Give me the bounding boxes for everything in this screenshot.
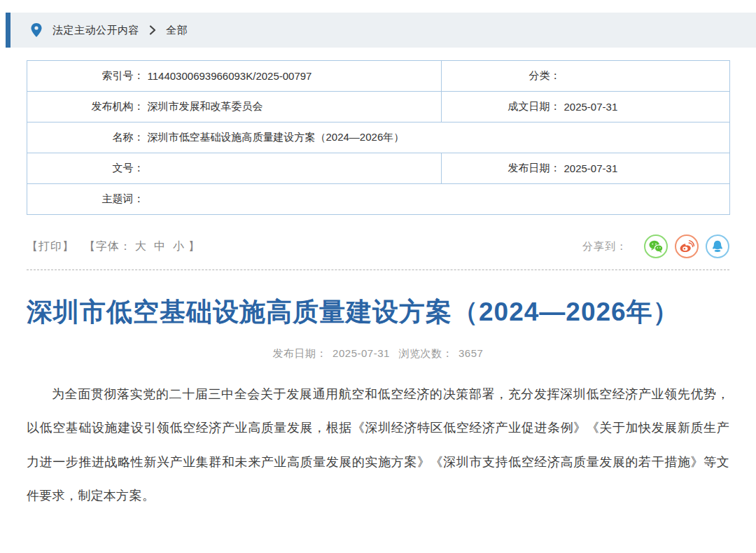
- breadcrumb-accent-bar: [6, 13, 10, 48]
- share-qq-button[interactable]: [706, 234, 729, 258]
- keywords-label: 主题词：: [27, 184, 144, 215]
- article-meta-line: 发布日期：2025-07-31 浏览次数：3657: [0, 347, 756, 360]
- weibo-icon: [679, 239, 694, 253]
- share-wechat-button[interactable]: [644, 234, 668, 258]
- wechat-icon: [648, 239, 664, 253]
- document-name-label: 名称：: [27, 122, 144, 153]
- print-font-controls: 【打印】 【字体： 大 中 小 】: [27, 239, 200, 254]
- table-row: 主题词：: [27, 184, 730, 215]
- font-size-prefix: 【字体：: [84, 239, 132, 254]
- written-date-label: 成文日期：: [442, 92, 561, 122]
- page: 法定主动公开内容 全部 索引号： 11440300693966093K/2025…: [0, 13, 756, 553]
- article-views-count: 3657: [458, 347, 483, 359]
- article-publish-date-label: 发布日期：: [273, 347, 328, 359]
- category-label: 分类：: [442, 61, 561, 92]
- font-size-suffix: 】: [188, 239, 200, 254]
- written-date-value: 2025-07-31: [561, 92, 730, 122]
- keywords-value: [144, 184, 730, 215]
- doc-number-value: [144, 153, 442, 184]
- breadcrumb-current[interactable]: 全部: [166, 24, 188, 37]
- table-row: 文号： 发布日期： 2025-07-31: [27, 153, 730, 184]
- location-pin-icon: [30, 22, 43, 38]
- breadcrumb: 法定主动公开内容 全部: [6, 13, 756, 48]
- dashed-divider: [27, 270, 729, 270]
- issuing-agency-label: 发布机构：: [27, 92, 144, 122]
- article-publish-date: 2025-07-31: [332, 347, 390, 359]
- font-size-controls: 【字体： 大 中 小 】: [84, 239, 200, 254]
- font-size-large-button[interactable]: 大: [135, 239, 147, 254]
- page-title: 深圳市低空基础设施高质量建设方案（2024—2026年）: [27, 295, 729, 329]
- table-row: 索引号： 11440300693966093K/2025-00797 分类：: [27, 61, 730, 92]
- article-views-label: 浏览次数：: [399, 347, 454, 359]
- font-size-medium-button[interactable]: 中: [154, 239, 166, 254]
- doc-number-label: 文号：: [27, 153, 144, 184]
- publish-date-value: 2025-07-31: [561, 153, 730, 184]
- article-paragraph: 为全面贯彻落实党的二十届三中全会关于发展通用航空和低空经济的决策部署，充分发挥深…: [27, 377, 729, 512]
- document-name-value: 深圳市低空基础设施高质量建设方案（2024—2026年）: [144, 122, 730, 153]
- chevron-right-icon: [149, 25, 156, 35]
- table-row: 发布机构： 深圳市发展和改革委员会 成文日期： 2025-07-31: [27, 92, 730, 122]
- index-number-value: 11440300693966093K/2025-00797: [144, 61, 442, 92]
- share-controls: 分享到：: [582, 234, 729, 258]
- issuing-agency-value: 深圳市发展和改革委员会: [144, 92, 442, 122]
- toolbar: 【打印】 【字体： 大 中 小 】 分享到：: [27, 234, 729, 258]
- share-weibo-button[interactable]: [675, 234, 699, 258]
- qq-penguin-icon: [710, 239, 724, 253]
- share-label: 分享到：: [582, 240, 627, 253]
- publish-date-label: 发布日期：: [442, 153, 561, 184]
- print-button[interactable]: 【打印】: [27, 239, 74, 254]
- category-value: [561, 61, 730, 92]
- document-metadata-table: 索引号： 11440300693966093K/2025-00797 分类： 发…: [27, 60, 730, 215]
- font-size-small-button[interactable]: 小: [173, 239, 185, 254]
- table-row: 名称： 深圳市低空基础设施高质量建设方案（2024—2026年）: [27, 122, 730, 153]
- breadcrumb-section[interactable]: 法定主动公开内容: [52, 24, 139, 37]
- index-number-label: 索引号：: [27, 61, 144, 92]
